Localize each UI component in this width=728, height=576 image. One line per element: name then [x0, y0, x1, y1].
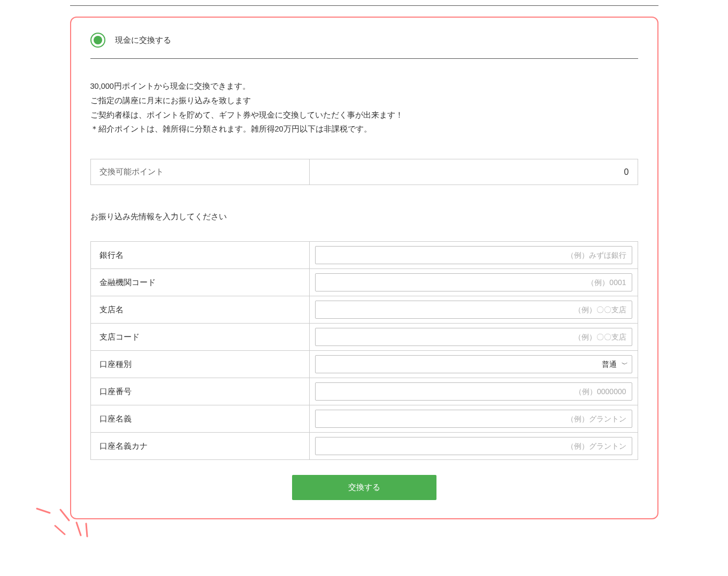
table-row: 支店名 — [90, 296, 638, 324]
svg-line-0 — [37, 509, 50, 513]
inner-divider — [90, 58, 638, 59]
account-holder-kana-label: 口座名義カナ — [90, 433, 309, 460]
desc-line-4: ＊紹介ポイントは、雑所得に分類されます。雑所得20万円以下は非課税です。 — [90, 122, 638, 136]
cash-exchange-card: 現金に交換する 30,000円ポイントから現金に交換できます。 ご指定の講座に月… — [70, 17, 658, 519]
points-value: 0 — [309, 159, 638, 185]
bank-form-table: 銀行名 金融機関コード 支店名 支店コード — [90, 241, 638, 460]
table-row: 口座名義カナ — [90, 433, 638, 460]
desc-line-3: ご契約者様は、ポイントを貯めて、ギフト券や現金に交換していただく事が出来ます！ — [90, 108, 638, 122]
description-block: 30,000円ポイントから現金に交換できます。 ご指定の講座に月末にお振り込みを… — [90, 79, 638, 136]
account-type-select[interactable]: 普通 — [315, 355, 632, 373]
table-row: 銀行名 — [90, 242, 638, 269]
table-row: 口座名義 — [90, 405, 638, 433]
exchange-submit-button[interactable]: 交換する — [292, 475, 436, 500]
desc-line-1: 30,000円ポイントから現金に交換できます。 — [90, 79, 638, 94]
account-number-input[interactable] — [315, 382, 632, 401]
branch-code-label: 支店コード — [90, 324, 309, 351]
radio-selected-icon — [94, 36, 102, 44]
table-row: 口座番号 — [90, 378, 638, 405]
account-number-label: 口座番号 — [90, 378, 309, 405]
form-heading: お振り込み先情報を入力してください — [90, 212, 638, 222]
table-row: 支店コード — [90, 324, 638, 351]
bank-code-label: 金融機関コード — [90, 269, 309, 296]
branch-code-input[interactable] — [315, 328, 632, 346]
svg-line-2 — [55, 526, 65, 534]
account-holder-input[interactable] — [315, 410, 632, 428]
top-divider — [70, 5, 658, 6]
svg-line-4 — [86, 524, 87, 536]
cash-exchange-radio-label: 現金に交換する — [115, 35, 171, 45]
branch-name-label: 支店名 — [90, 296, 309, 324]
svg-line-1 — [60, 510, 69, 520]
bank-name-input[interactable] — [315, 246, 632, 264]
desc-line-2: ご指定の講座に月末にお振り込みを致します — [90, 94, 638, 108]
points-label: 交換可能ポイント — [90, 159, 309, 185]
exchange-option-row: 現金に交換する — [90, 33, 638, 58]
table-row: 金融機関コード — [90, 269, 638, 296]
bank-name-label: 銀行名 — [90, 242, 309, 269]
accent-lines-icon — [32, 493, 90, 541]
account-holder-label: 口座名義 — [90, 405, 309, 433]
svg-line-3 — [76, 523, 81, 535]
points-row: 交換可能ポイント 0 — [90, 159, 638, 185]
account-holder-kana-input[interactable] — [315, 437, 632, 455]
account-type-label: 口座種別 — [90, 351, 309, 378]
branch-name-input[interactable] — [315, 301, 632, 319]
submit-row: 交換する — [90, 475, 638, 500]
points-table: 交換可能ポイント 0 — [90, 159, 638, 185]
bank-code-input[interactable] — [315, 273, 632, 291]
table-row: 口座種別 普通 ﹀ — [90, 351, 638, 378]
cash-exchange-radio[interactable] — [90, 33, 105, 48]
